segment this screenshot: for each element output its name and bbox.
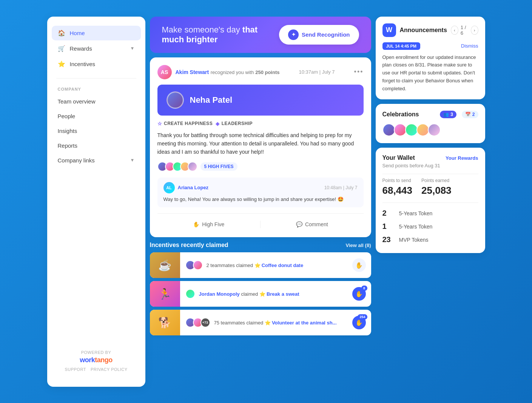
incentive-claimed-text-3: 75 teammates claimed — [214, 320, 265, 326]
sidebar-item-rewards[interactable]: 🛒 Rewards ▼ — [52, 41, 141, 56]
people-badge-icon: 👥 — [443, 112, 449, 117]
celebration-avatars — [382, 124, 478, 136]
insights-label: Insights — [58, 128, 77, 134]
token-name-3: MVP Tokens — [399, 237, 429, 243]
feed-header-text: Akim Stewart recognized you with 250 poi… — [176, 69, 280, 76]
sidebar-item-people[interactable]: People — [52, 109, 141, 123]
feed-card: AS Akim Stewart recognized you with 250 … — [150, 57, 371, 238]
announcements-next-btn[interactable]: › — [471, 26, 478, 35]
token-count-1: 2 — [382, 209, 395, 218]
token-name-1: 5-Years Token — [399, 210, 433, 216]
wallet-header: Your Wallet Your Rewards — [382, 154, 478, 161]
rewards-label: Rewards — [70, 45, 92, 52]
wallet-title: Your Wallet — [382, 154, 415, 161]
announcements-prev-btn[interactable]: ‹ — [451, 26, 458, 35]
brand-name: worktango — [56, 356, 136, 364]
incentive-hand-btn-2[interactable]: ✋ 8 — [352, 287, 366, 301]
tag-leadership: ◈ LEADERSHIP — [216, 121, 253, 127]
announcement-text: Open enrollment for our updated insuranc… — [382, 54, 478, 93]
sidebar: 🏠 Home 🛒 Rewards ▼ ⭐ Incentives COMPANY … — [47, 17, 145, 387]
incentive-user-link-2[interactable]: Jordan Monopoly — [199, 291, 240, 297]
announcements-nav: ‹ 1 / 6 › — [451, 25, 478, 36]
powered-by-label: POWERED BY — [56, 350, 136, 355]
sidebar-item-team-overview[interactable]: Team overview — [52, 94, 141, 108]
people-label: People — [58, 113, 76, 119]
points-to-send: Points to send 68,443 — [382, 178, 413, 196]
feed-user-name[interactable]: Akim Stewart — [176, 69, 209, 75]
dismiss-button[interactable]: Dismiss — [461, 43, 478, 49]
wallet-divider-2 — [382, 202, 478, 203]
incentive-content-3: +73 75 teammates claimed ⭐Volunteer at t… — [180, 314, 352, 331]
comment-header: AL Ariana Lopez 10:48am | July 7 — [163, 182, 358, 193]
incentive-dog-image: 🐕 — [150, 310, 180, 335]
celebrations-badge-people[interactable]: 👥 3 — [440, 111, 456, 118]
incentive-extra-count: +73 — [200, 318, 210, 327]
privacy-link[interactable]: PRIVACY POLICY — [91, 367, 128, 372]
sidebar-item-incentives[interactable]: ⭐ Incentives — [52, 57, 141, 71]
incentives-title: Incentives recently claimed — [150, 242, 228, 249]
sidebar-item-insights[interactable]: Insights — [52, 124, 141, 138]
high-fives-avatars — [157, 162, 197, 171]
incentive-hand-btn-1[interactable]: ✋ — [352, 258, 366, 272]
incentive-action-3: ✋ 254 — [352, 316, 371, 329]
people-badge-count: 3 — [450, 112, 453, 117]
announcements-card: W Announcements ‹ 1 / 6 › JUL 14 4:45 PM… — [376, 17, 485, 100]
incentive-content-2: Jordan Monopoly claimed ⭐Break a sweat — [180, 285, 352, 303]
token-row-1: 2 5-Years Token — [382, 207, 478, 220]
incentives-section: Incentives recently claimed View all (8)… — [150, 242, 371, 338]
incentive-desc-1: 2 teammates claimed ⭐Coffee donut date — [207, 262, 347, 268]
sidebar-nav: 🏠 Home 🛒 Rewards ▼ ⭐ Incentives — [47, 26, 145, 72]
high-five-button[interactable]: ✋ High Five — [157, 219, 261, 230]
token-row-2: 1 5-Years Token — [382, 220, 478, 233]
celeb-avatar-2 — [394, 124, 407, 136]
commenter-name[interactable]: Ariana Lopez — [178, 185, 209, 190]
sidebar-item-reports[interactable]: Reports — [52, 139, 141, 153]
sidebar-footer-links: SUPPORT PRIVACY POLICY — [56, 367, 136, 372]
sidebar-item-home[interactable]: 🏠 Home — [52, 26, 141, 40]
incentive-link-1[interactable]: Coffee donut date — [262, 262, 304, 268]
support-link[interactable]: SUPPORT — [65, 367, 86, 372]
high-fives-row: 5 HIGH FIVES — [157, 162, 364, 171]
wallet-subtitle: Send points before Aug 31 — [382, 163, 478, 168]
feed-more-options[interactable]: ••• — [354, 68, 364, 76]
your-rewards-link[interactable]: Your Rewards — [446, 155, 478, 161]
celebrations-badge-calendar[interactable]: 📅 2 — [462, 111, 478, 118]
sidebar-item-company-links[interactable]: Company links ▼ — [52, 153, 141, 167]
hero-text: Make someone's day that much brighter — [162, 25, 279, 45]
incentive-avatars-1 — [185, 260, 203, 270]
celeb-avatar-4 — [416, 124, 429, 136]
comment-button[interactable]: 💬 Comment — [261, 219, 364, 230]
incentive-fitness-image: 🏃 — [150, 281, 180, 307]
hf-avatar-5 — [188, 162, 197, 171]
incentive-content-1: 2 teammates claimed ⭐Coffee donut date — [180, 256, 352, 274]
recognition-btn-label: Send Recognition — [302, 31, 350, 38]
incentives-icon: ⭐ — [58, 60, 65, 68]
view-all-link[interactable]: View all (8) — [346, 242, 371, 248]
hero-banner: Make someone's day that much brighter ✦ … — [150, 17, 371, 53]
incentive-link-2[interactable]: Break a sweat — [267, 291, 299, 297]
feed-header: AS Akim Stewart recognized you with 250 … — [157, 65, 364, 79]
rewards-icon: 🛒 — [58, 45, 65, 52]
wallet-stats: Points to send 68,443 Points earned 25,0… — [382, 178, 478, 196]
star-icon: ☆ — [157, 121, 162, 127]
token-count-3: 23 — [382, 235, 395, 244]
incentive-link-3[interactable]: Volunteer at the animal sh... — [272, 320, 337, 326]
recipient-avatar — [167, 91, 184, 109]
sidebar-divider — [56, 78, 136, 79]
celebrations-card: Celebrations 👥 3 📅 2 — [376, 104, 485, 143]
incentive-hand-btn-3[interactable]: ✋ 254 — [352, 316, 366, 329]
incentive-desc-2: Jordan Monopoly claimed ⭐Break a sweat — [199, 291, 347, 297]
chevron-down-icon: ▼ — [130, 157, 135, 163]
feed-user-info: AS Akim Stewart recognized you with 250 … — [157, 65, 280, 79]
points-to-send-label: Points to send — [382, 178, 413, 183]
feed-actions: ✋ High Five 💬 Comment — [157, 213, 364, 230]
incentive-claimed-text-2: claimed — [241, 291, 259, 297]
commenter-avatar: AL — [163, 182, 175, 193]
incentive-avatar-1b — [193, 260, 203, 270]
token-row-3: 23 MVP Tokens — [382, 233, 478, 246]
send-recognition-button[interactable]: ✦ Send Recognition — [279, 25, 359, 45]
high-fives-badge[interactable]: 5 HIGH FIVES — [200, 162, 237, 171]
celebrations-title: Celebrations — [382, 111, 437, 118]
points-earned-label: Points earned — [421, 178, 452, 183]
celeb-avatar-5 — [428, 124, 441, 136]
